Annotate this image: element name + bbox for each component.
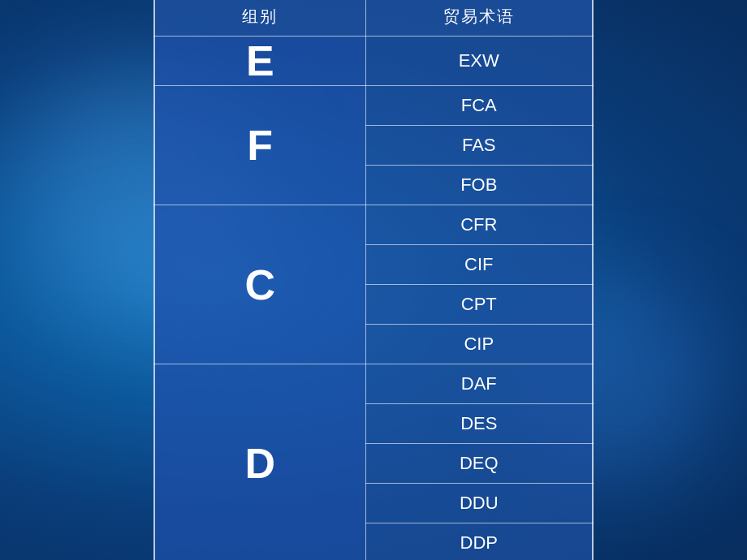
trade-terms-table: 组别 贸易术语 EEXWFFCAFASFOBCCFRCIFCPTCIPDDAFD… bbox=[153, 0, 594, 560]
term-cell-deq: DEQ bbox=[365, 444, 593, 484]
group-cell-d: D bbox=[154, 364, 365, 561]
table-wrapper: 组别 贸易术语 EEXWFFCAFASFOBCCFRCIFCPTCIPDDAFD… bbox=[153, 0, 594, 560]
group-cell-f: F bbox=[154, 86, 365, 205]
table-row: EEXW bbox=[154, 37, 593, 86]
col-header-terms: 贸易术语 bbox=[365, 0, 593, 37]
term-cell-ddu: DDU bbox=[365, 484, 593, 523]
term-cell-daf: DAF bbox=[365, 364, 593, 404]
group-cell-e: E bbox=[154, 37, 365, 86]
term-cell-cif: CIF bbox=[365, 245, 593, 285]
term-cell-des: DES bbox=[365, 404, 593, 444]
col-header-group: 组别 bbox=[154, 0, 365, 37]
table-row: CCFR bbox=[154, 205, 593, 245]
term-cell-fob: FOB bbox=[365, 166, 593, 205]
term-cell-ddp: DDP bbox=[365, 523, 593, 561]
group-cell-c: C bbox=[154, 205, 365, 364]
term-cell-fas: FAS bbox=[365, 126, 593, 166]
table-row: DDAF bbox=[154, 364, 593, 404]
table-row: FFCA bbox=[154, 86, 593, 126]
term-cell-cpt: CPT bbox=[365, 285, 593, 325]
term-cell-cip: CIP bbox=[365, 325, 593, 364]
term-cell-cfr: CFR bbox=[365, 205, 593, 245]
term-cell-fca: FCA bbox=[365, 86, 593, 126]
term-cell-exw: EXW bbox=[365, 37, 593, 86]
